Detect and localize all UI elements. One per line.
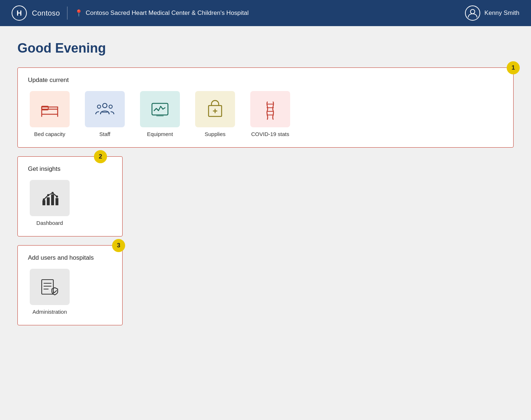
supplies-icon bbox=[204, 98, 226, 120]
svg-point-26 bbox=[47, 194, 49, 196]
svg-point-27 bbox=[52, 192, 54, 194]
svg-rect-12 bbox=[152, 103, 168, 115]
get-insights-section: 2 Get insights bbox=[17, 156, 123, 236]
administration-icon bbox=[39, 276, 61, 298]
svg-point-28 bbox=[56, 195, 58, 198]
logo: H bbox=[12, 5, 27, 21]
avatar bbox=[465, 5, 480, 21]
card-dashboard[interactable]: Dashboard bbox=[28, 180, 71, 226]
update-current-section: 1 Update current Bed capacity bbox=[17, 67, 514, 148]
card-bed-capacity[interactable]: Bed capacity bbox=[28, 91, 71, 137]
covid-stats-label: COVID-19 stats bbox=[251, 131, 289, 137]
svg-point-25 bbox=[43, 198, 45, 201]
brand-name: Contoso bbox=[32, 9, 60, 17]
update-current-cards: Bed capacity bbox=[28, 91, 503, 137]
staff-icon-box bbox=[85, 91, 125, 127]
add-users-title: Add users and hospitals bbox=[28, 254, 112, 262]
location: 📍 Contoso Sacred Heart Medical Center & … bbox=[75, 9, 465, 17]
covid-stats-icon-box bbox=[250, 91, 290, 127]
bed-capacity-icon-box bbox=[30, 91, 70, 127]
staff-icon bbox=[94, 98, 116, 120]
card-staff[interactable]: Staff bbox=[83, 91, 127, 137]
greeting: Good Evening bbox=[17, 41, 514, 56]
svg-rect-22 bbox=[47, 197, 50, 205]
username: Kenny Smith bbox=[485, 9, 519, 17]
equipment-label: Equipment bbox=[147, 131, 173, 137]
card-equipment[interactable]: Equipment bbox=[138, 91, 182, 137]
administration-icon-box bbox=[30, 269, 70, 305]
add-users-cards: Administration bbox=[28, 269, 112, 315]
main-content: Good Evening 1 Update current bbox=[0, 26, 531, 420]
bed-capacity-label: Bed capacity bbox=[34, 131, 65, 137]
add-users-section: 3 Add users and hospitals bbox=[17, 245, 123, 325]
user-info: Kenny Smith bbox=[465, 5, 519, 21]
covid-icon bbox=[259, 98, 281, 120]
svg-rect-21 bbox=[42, 200, 45, 205]
header: H Contoso 📍 Contoso Sacred Heart Medical… bbox=[0, 0, 531, 26]
svg-rect-11 bbox=[102, 112, 108, 113]
svg-point-9 bbox=[98, 105, 101, 108]
card-administration[interactable]: Administration bbox=[28, 269, 71, 315]
supplies-icon-box bbox=[195, 91, 235, 127]
dashboard-icon-box bbox=[30, 180, 70, 216]
equipment-icon bbox=[149, 98, 171, 120]
svg-rect-24 bbox=[55, 198, 58, 205]
svg-point-0 bbox=[470, 9, 475, 14]
svg-rect-23 bbox=[51, 194, 54, 205]
svg-point-8 bbox=[103, 103, 107, 108]
equipment-icon-box bbox=[140, 91, 180, 127]
dashboard-icon bbox=[39, 187, 61, 209]
dashboard-label: Dashboard bbox=[36, 220, 63, 226]
badge-1: 1 bbox=[507, 61, 520, 74]
get-insights-cards: Dashboard bbox=[28, 180, 112, 226]
get-insights-title: Get insights bbox=[28, 165, 112, 173]
location-text: Contoso Sacred Heart Medical Center & Ch… bbox=[86, 9, 248, 17]
location-icon: 📍 bbox=[75, 9, 83, 17]
card-covid-stats[interactable]: COVID-19 stats bbox=[248, 91, 292, 137]
badge-3: 3 bbox=[112, 239, 125, 252]
svg-rect-13 bbox=[156, 115, 164, 116]
badge-2: 2 bbox=[94, 150, 107, 163]
header-divider bbox=[67, 7, 67, 20]
card-supplies[interactable]: Supplies bbox=[193, 91, 237, 137]
staff-label: Staff bbox=[99, 131, 111, 137]
update-current-title: Update current bbox=[28, 77, 503, 84]
svg-point-10 bbox=[109, 105, 112, 108]
supplies-label: Supplies bbox=[205, 131, 226, 137]
administration-label: Administration bbox=[32, 309, 67, 315]
bed-icon bbox=[39, 98, 61, 120]
